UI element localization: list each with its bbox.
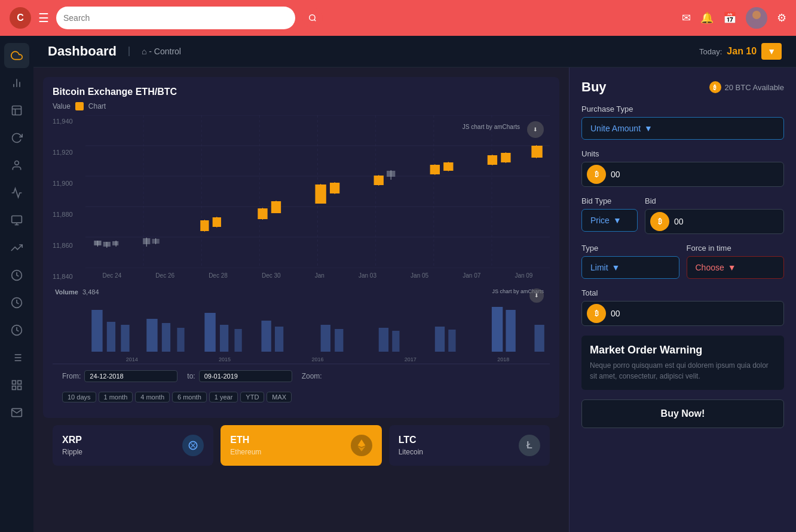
type-dropdown[interactable]: Limit ▼ <box>581 256 679 279</box>
svg-rect-55 <box>271 201 281 213</box>
svg-rect-84 <box>204 313 215 352</box>
y-axis-labels: 11,940 11,920 11,900 11,880 11,860 11,84… <box>53 115 85 282</box>
sidebar-item-refresh[interactable] <box>4 125 29 150</box>
candlestick-svg <box>85 115 550 268</box>
warning-text: Neque porro quisquam est qui dolorem ips… <box>590 360 776 382</box>
sidebar-item-monitor[interactable] <box>4 208 29 233</box>
svg-rect-81 <box>146 319 157 352</box>
date-dropdown-button[interactable]: ▼ <box>761 43 782 60</box>
chart-title: Bitcoin Exchange ETH/BTC <box>53 87 550 97</box>
date-range-from: From: <box>62 370 177 382</box>
calendar-icon[interactable]: 📅 <box>723 11 736 24</box>
svg-rect-96 <box>506 310 515 352</box>
bid-type-dropdown[interactable]: Price ▼ <box>581 209 638 232</box>
eth-icon <box>351 435 372 456</box>
buy-now-button[interactable]: Buy Now! <box>581 399 784 428</box>
zoom-1year[interactable]: 1 year <box>209 392 238 402</box>
svg-rect-63 <box>387 171 395 177</box>
bid-input[interactable] <box>674 211 783 232</box>
page-title: Dashboard <box>48 44 117 59</box>
today-date: Jan 10 <box>727 46 757 57</box>
candlestick-chart-area: 11,940 11,920 11,900 11,880 11,860 11,84… <box>53 115 550 282</box>
top-navigation: C ☰ ✉ 🔔 📅 ⚙ <box>0 0 796 36</box>
svg-rect-90 <box>335 329 343 352</box>
sidebar-item-cloud[interactable] <box>4 43 29 68</box>
header-right: Today: Jan 10 ▼ <box>699 43 782 60</box>
to-date-input[interactable] <box>199 370 292 382</box>
force-time-dropdown[interactable]: Choose ▼ <box>687 256 785 279</box>
svg-rect-49 <box>200 220 209 231</box>
purchase-type-dropdown[interactable]: Unite Amount ▼ <box>581 117 784 140</box>
search-button[interactable] <box>302 8 323 28</box>
svg-marker-99 <box>357 439 365 447</box>
zoom-ytd[interactable]: YTD <box>240 392 264 402</box>
sidebar-item-user[interactable] <box>4 153 29 178</box>
search-input[interactable] <box>63 13 288 23</box>
crypto-card-ltc[interactable]: LTC Litecoin Ł <box>389 425 550 466</box>
purchase-type-value: Unite Amount <box>590 124 641 133</box>
svg-rect-45 <box>143 238 150 244</box>
topnav-right: ✉ 🔔 📅 ⚙ <box>682 7 786 29</box>
svg-rect-65 <box>430 165 440 174</box>
sidebar-item-clock2[interactable] <box>4 290 29 315</box>
svg-rect-39 <box>94 241 101 245</box>
total-input-wrapper: ₿ <box>581 301 784 326</box>
legend-value-label: Value <box>53 102 71 110</box>
zoom-4month[interactable]: 4 month <box>135 392 170 402</box>
units-input[interactable] <box>611 164 783 185</box>
zoom-1month[interactable]: 1 month <box>99 392 133 402</box>
bid-type-label: Bid Type <box>581 196 638 205</box>
zoom-6month[interactable]: 6 month <box>172 392 207 402</box>
svg-rect-93 <box>435 327 445 352</box>
force-value: Choose <box>696 263 724 272</box>
total-input[interactable] <box>611 303 783 324</box>
svg-rect-59 <box>330 183 339 193</box>
units-group: Units ₿ <box>581 149 784 187</box>
sidebar-item-clock1[interactable] <box>4 263 29 288</box>
sidebar-item-list[interactable] <box>4 345 29 370</box>
avatar[interactable] <box>746 7 767 29</box>
total-group: Total ₿ <box>581 288 784 326</box>
svg-point-3 <box>749 21 764 29</box>
breadcrumb-home-icon: ⌂ <box>142 47 146 56</box>
sidebar-item-grid[interactable] <box>4 373 29 398</box>
svg-rect-9 <box>12 216 22 223</box>
settings-icon[interactable]: ⚙ <box>777 11 786 24</box>
svg-rect-95 <box>492 307 503 352</box>
svg-rect-91 <box>379 328 388 352</box>
crypto-card-eth[interactable]: ETH Ethereum <box>221 425 381 466</box>
sidebar-item-chart2[interactable] <box>4 98 29 123</box>
purchase-type-group: Purchase Type Unite Amount ▼ <box>581 104 784 140</box>
svg-rect-79 <box>107 322 115 352</box>
zoom-max[interactable]: MAX <box>267 392 292 402</box>
amcharts-button[interactable]: ⬇ <box>527 121 544 138</box>
warning-box: Market Order Warning Neque porro quisqua… <box>581 336 784 390</box>
bid-input-wrapper: ₿ <box>645 209 784 234</box>
volume-chart-area: Volume 3,484 JS chart by amCharts ⬇ 5,00… <box>53 286 550 364</box>
sidebar-item-trending[interactable] <box>4 235 29 260</box>
mail-icon[interactable]: ✉ <box>682 11 691 24</box>
breadcrumb-page: Control <box>154 47 181 56</box>
buy-panel: Buy ₿ 20 BTC Available Purchase Type Uni… <box>569 67 796 532</box>
from-date-input[interactable] <box>84 370 177 382</box>
buy-header: Buy ₿ 20 BTC Available <box>581 79 784 95</box>
svg-rect-53 <box>258 208 267 219</box>
type-group: Type Limit ▼ <box>581 244 679 279</box>
sidebar-item-activity[interactable] <box>4 180 29 205</box>
svg-rect-23 <box>18 386 22 390</box>
bell-icon[interactable]: 🔔 <box>700 11 714 24</box>
sidebar-item-mail[interactable] <box>4 400 29 425</box>
zoom-10days[interactable]: 10 days <box>62 392 96 402</box>
bid-coin-icon: ₿ <box>650 212 669 231</box>
svg-rect-24 <box>13 386 16 390</box>
svg-rect-97 <box>534 325 544 352</box>
crypto-card-xrp[interactable]: XRP Ripple <box>53 425 213 466</box>
chart-inner <box>85 115 550 268</box>
hamburger-menu[interactable]: ☰ <box>38 11 49 25</box>
units-coin-icon: ₿ <box>587 165 606 184</box>
units-label: Units <box>581 149 784 158</box>
sidebar-item-bar-chart[interactable] <box>4 70 29 96</box>
sidebar-item-clock3[interactable] <box>4 318 29 343</box>
warning-title: Market Order Warning <box>590 344 776 356</box>
svg-rect-82 <box>162 323 170 352</box>
